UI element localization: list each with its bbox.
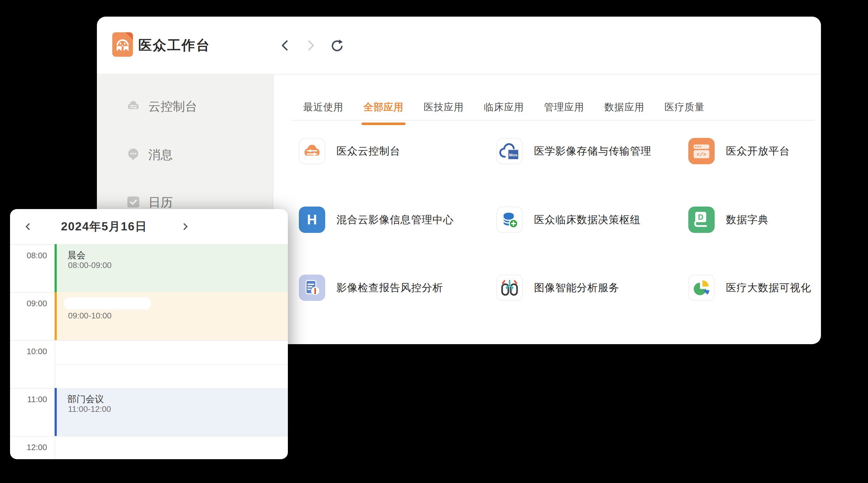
app-item-big-data-visualization[interactable]: 医疗大数据可视化 — [688, 275, 811, 301]
app-item-clinical-data-hub[interactable]: 医众临床数据决策枢纽 — [496, 206, 641, 233]
tab-recent[interactable]: 最近使用 — [303, 96, 343, 125]
app-item-report-risk-analysis[interactable]: 影像检查报告风控分析 — [299, 275, 443, 301]
sidebar-item-label: 日历 — [148, 194, 173, 211]
half-hour-gridline — [55, 364, 288, 365]
tab-all-apps[interactable]: 全部应用 — [364, 96, 404, 125]
report-risk-icon — [299, 275, 325, 301]
time-label: 09:00 — [10, 299, 47, 308]
tab-clinical-apps[interactable]: 临床应用 — [484, 96, 524, 125]
event-time: 08:00-09:00 — [68, 260, 112, 270]
time-label: 08:00 — [10, 251, 47, 260]
app-label: 数据字典 — [726, 213, 769, 227]
event-title: 晨会 — [67, 250, 288, 260]
app-title: 医众工作台 — [138, 17, 210, 74]
event-title: 部门会议 — [67, 394, 288, 404]
time-label: 11:00 — [10, 395, 47, 404]
event-time: 09:00-10:00 — [68, 311, 112, 321]
calendar-event-morning-meeting[interactable]: 晨会 08:00-09:00 — [55, 244, 288, 292]
svg-text:Mos: Mos — [509, 153, 518, 157]
calendar-date-label: 2024年5月16日 — [38, 209, 170, 244]
cloud-settings-icon — [125, 97, 142, 116]
app-label: 图像智能分析服务 — [534, 281, 619, 295]
app-item-image-ai-service[interactable]: 图像智能分析服务 — [496, 275, 619, 301]
hour-gridline — [10, 340, 288, 341]
calendar-event-department-meeting[interactable]: 部门会议 11:00-12:00 — [55, 388, 288, 436]
app-label: 医众云控制台 — [337, 144, 400, 158]
app-label: 医众临床数据决策枢纽 — [534, 213, 641, 227]
calendar-prev-day-button[interactable] — [21, 220, 35, 233]
app-label: 医学影像存储与传输管理 — [534, 144, 651, 158]
sidebar-item-label: 云控制台 — [148, 98, 197, 115]
tab-medtech-apps[interactable]: 医技应用 — [424, 96, 464, 125]
sidebar-item-messages[interactable]: 消息 — [125, 146, 173, 164]
app-label: 混合云影像信息管理中心 — [337, 213, 454, 227]
mos-cloud-icon: Mos — [496, 138, 523, 164]
image-ai-lungs-icon — [496, 275, 523, 301]
app-item-imaging-storage[interactable]: Mos 医学影像存储与传输管理 — [496, 138, 651, 164]
clinical-database-icon — [496, 206, 523, 233]
app-item-hybrid-cloud-center[interactable]: H 混合云影像信息管理中心 — [299, 206, 454, 233]
time-label: 12:00 — [10, 443, 47, 452]
tab-bar: 最近使用 全部应用 医技应用 临床应用 管理应用 数据应用 医疗质量 — [303, 96, 705, 125]
app-label: 影像检查报告风控分析 — [337, 281, 443, 295]
refresh-button[interactable] — [328, 38, 343, 53]
tab-quality[interactable]: 医疗质量 — [664, 96, 705, 125]
tab-data-apps[interactable]: 数据应用 — [604, 96, 644, 125]
svg-text:H: H — [307, 212, 317, 227]
calendar-event-redacted[interactable]: 09:00-10:00 — [55, 292, 288, 340]
app-item-open-platform[interactable]: </> 医众开放平台 — [688, 138, 790, 164]
calendar-header: 2024年5月16日 — [10, 209, 288, 245]
app-logo-icon — [112, 32, 133, 57]
svg-text:</>: </> — [697, 152, 707, 158]
message-bubble-icon — [125, 146, 142, 164]
app-label: 医众开放平台 — [726, 144, 790, 158]
hybrid-cloud-h-icon: H — [299, 206, 325, 233]
redacted-title-pill — [64, 297, 151, 310]
forward-button[interactable] — [303, 38, 318, 53]
cloud-console-icon — [299, 138, 325, 164]
app-item-cloud-console[interactable]: 医众云控制台 — [299, 138, 400, 164]
app-item-data-dictionary[interactable]: D 数据字典 — [688, 206, 769, 233]
big-data-pie-icon — [688, 275, 715, 301]
hour-gridline — [10, 436, 288, 437]
back-button[interactable] — [278, 38, 292, 53]
nav-group — [278, 17, 343, 74]
window-header: 医众工作台 — [97, 17, 821, 74]
sidebar-item-label: 消息 — [148, 147, 173, 163]
svg-text:D: D — [698, 213, 703, 221]
calendar-panel: 2024年5月16日 08:00 09:00 10:00 11:00 12:00… — [10, 209, 288, 459]
sidebar-item-cloud-console[interactable]: 云控制台 — [125, 97, 197, 116]
data-dictionary-icon: D — [688, 206, 715, 233]
time-label: 10:00 — [10, 347, 47, 356]
event-time: 11:00-12:00 — [68, 404, 111, 414]
app-label: 医疗大数据可视化 — [726, 281, 811, 295]
tab-management-apps[interactable]: 管理应用 — [544, 96, 584, 125]
calendar-next-day-button[interactable] — [178, 220, 192, 233]
open-platform-code-icon: </> — [688, 138, 715, 164]
